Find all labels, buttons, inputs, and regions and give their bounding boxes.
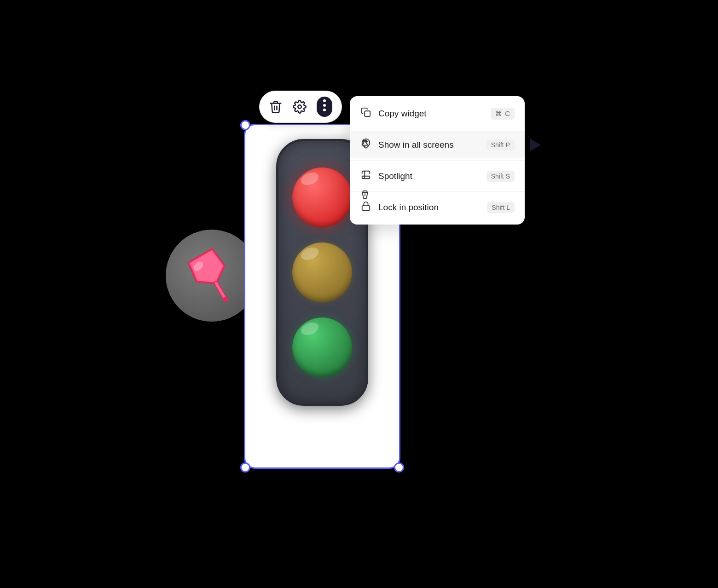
svg-rect-9 bbox=[365, 111, 370, 116]
svg-point-5 bbox=[298, 105, 301, 109]
settings-button[interactable] bbox=[293, 100, 307, 114]
svg-point-6 bbox=[323, 99, 326, 102]
menu-divider-1 bbox=[350, 129, 525, 129]
delete-button[interactable] bbox=[269, 100, 283, 114]
spotlight-label: Spotlight bbox=[378, 171, 480, 181]
widget-toolbar bbox=[259, 91, 342, 123]
spotlight-icon bbox=[360, 170, 372, 182]
show-all-screens-shortcut: Shift P bbox=[486, 139, 515, 150]
copy-widget-label: Copy widget bbox=[378, 109, 484, 119]
lock-position-label: Lock in position bbox=[378, 202, 481, 213]
menu-item-copy-widget[interactable]: Copy widget ⌘ C bbox=[350, 100, 525, 127]
lock-icon bbox=[360, 201, 372, 213]
copy-widget-shortcut: ⌘ C bbox=[491, 108, 515, 120]
traffic-light-green bbox=[292, 317, 352, 377]
lock-position-shortcut: Shift L bbox=[487, 202, 515, 213]
menu-item-show-all-screens[interactable]: Show in all screens Shift P bbox=[350, 131, 525, 158]
copy-icon bbox=[360, 107, 372, 120]
menu-divider-3 bbox=[350, 191, 525, 192]
context-menu: Copy widget ⌘ C Show in a bbox=[350, 96, 525, 225]
spotlight-shortcut: Shift S bbox=[486, 171, 515, 182]
handle-bottom-right[interactable] bbox=[394, 462, 404, 473]
svg-point-8 bbox=[323, 109, 326, 111]
cursor-arrow bbox=[530, 138, 541, 151]
pin-menu-icon bbox=[360, 138, 372, 151]
menu-item-spotlight[interactable]: Spotlight Shift S bbox=[350, 162, 525, 190]
svg-rect-13 bbox=[362, 206, 370, 210]
handle-top-left[interactable] bbox=[240, 120, 250, 130]
menu-item-lock-position[interactable]: Lock in position Shift L bbox=[350, 194, 525, 221]
svg-point-7 bbox=[323, 104, 326, 107]
pin-icon bbox=[184, 243, 239, 308]
show-all-screens-label: Show in all screens bbox=[378, 140, 480, 150]
more-options-button[interactable] bbox=[317, 97, 332, 117]
traffic-light-red bbox=[292, 167, 352, 227]
handle-bottom-left[interactable] bbox=[240, 462, 250, 473]
traffic-light-yellow bbox=[292, 242, 352, 302]
menu-divider-2 bbox=[350, 160, 525, 161]
